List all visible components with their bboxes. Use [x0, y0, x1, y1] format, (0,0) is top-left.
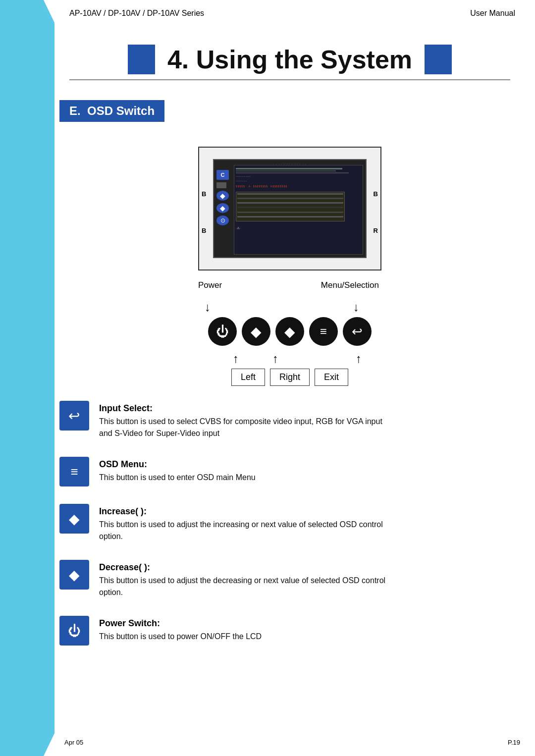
- power-icon: ⏻: [216, 324, 229, 339]
- feature-icon-menu: ≡: [59, 457, 89, 486]
- dot-a-label: ·A·: [236, 222, 361, 231]
- osd-buttons-row: ⏻ ◆ ◆ ≡ ↩: [208, 317, 372, 346]
- label-b-bot-left: B: [202, 227, 206, 234]
- arrows-down-row: ↓ ↓: [186, 300, 394, 316]
- dot-matrix: $$$$$ · A· $$$$$$$$· A$$$$$$$$: [236, 185, 350, 188]
- feature-icon-increase: ◆: [59, 504, 89, 534]
- title-block-left: [128, 45, 155, 74]
- btn-diamond-left: ◆: [216, 203, 229, 213]
- btn-diamond-right: ◆: [216, 191, 229, 201]
- feature-power-switch: ⏻ Power Switch: This button is used to p…: [59, 616, 520, 646]
- section-heading: E. OSD Switch: [59, 100, 164, 122]
- left-arrow-icon: ◆: [251, 324, 262, 340]
- feature-icon-input: ↩: [59, 401, 89, 431]
- feature-desc-input: This button is used to select CVBS for c…: [99, 416, 396, 439]
- feature-text-decrease: Decrease( ): This button is used to adju…: [99, 560, 396, 598]
- feature-label-menu: OSD Menu:: [99, 459, 256, 470]
- arrow-up-left: ↑: [233, 352, 239, 366]
- feature-desc-power: This button is used to power ON/OFF the …: [99, 631, 262, 643]
- osd-menu-icon: ≡: [70, 464, 78, 480]
- feature-text-input: Input Select: This button is used to sel…: [99, 401, 396, 439]
- label-b-top-right: B: [374, 190, 378, 198]
- label-b-bot-right: R: [374, 227, 378, 234]
- chapter-title-section: 4. Using the System: [59, 45, 520, 80]
- chapter-title: 4. Using the System: [160, 45, 420, 74]
- arrow-up-exit: ↑: [356, 352, 362, 366]
- feature-label-input: Input Select:: [99, 403, 396, 414]
- title-underline: [69, 79, 510, 80]
- keyboard-sim: [236, 192, 345, 221]
- feature-desc-increase: This button is used to adjust the increa…: [99, 519, 396, 542]
- power-switch-icon: ⏻: [68, 623, 81, 639]
- feature-text-power: Power Switch: This button is used to pow…: [99, 616, 262, 643]
- footer-left: Apr 05: [64, 739, 83, 746]
- arrow-up-right: ↑: [272, 352, 278, 366]
- osd-menu-btn[interactable]: ≡: [309, 317, 338, 346]
- header-right: User Manual: [470, 9, 515, 18]
- page-footer: Apr 05 P.19: [64, 739, 520, 746]
- label-left: Left: [231, 369, 265, 386]
- feature-label-power: Power Switch:: [99, 618, 262, 629]
- feature-text-increase: Increase( ): This button is used to adju…: [99, 504, 396, 542]
- page-header: AP-10AV / DP-10AV / DP-10AV Series User …: [64, 9, 520, 18]
- feature-icon-power: ⏻: [59, 616, 89, 646]
- device-inner: · · · · · · · · · · · · · C ◆ ◆ ⊙: [213, 159, 367, 258]
- feature-decrease: ◆ Decrease( ): This button is used to ad…: [59, 560, 520, 598]
- osd-right-btn[interactable]: ◆: [275, 317, 304, 346]
- labels-below-row: Left Right Exit: [186, 369, 394, 386]
- device-screen: ····················· ················ $…: [234, 165, 363, 255]
- label-menu-selection: Menu/Selection: [321, 280, 379, 290]
- header-left: AP-10AV / DP-10AV / DP-10AV Series: [69, 9, 204, 18]
- feature-list: ↩ Input Select: This button is used to s…: [59, 401, 520, 646]
- right-arrow-icon: ◆: [284, 324, 295, 340]
- screen-content: ····················· ················ $…: [234, 165, 363, 234]
- arrow-down-menu: ↓: [353, 300, 359, 314]
- label-b-top-left: B: [202, 190, 206, 198]
- btn-c: C: [216, 170, 229, 180]
- feature-input-select: ↩ Input Select: This button is used to s…: [59, 401, 520, 439]
- feature-label-decrease: Decrease( ):: [99, 562, 396, 573]
- device-image-box: B B B R · · · · · · · · · · · · · C ◆: [198, 147, 381, 270]
- left-decorative-bar: [0, 0, 54, 756]
- decrease-icon: ◆: [69, 567, 80, 583]
- feature-icon-decrease: ◆: [59, 560, 89, 590]
- feature-desc-decrease: This button is used to adjust the decrea…: [99, 575, 396, 598]
- osd-diagram: B B B R · · · · · · · · · · · · · C ◆: [59, 147, 520, 386]
- labels-power-menu: Power Menu/Selection: [186, 280, 394, 298]
- feature-text-menu: OSD Menu: This button is used to enter O…: [99, 457, 256, 484]
- feature-increase: ◆ Increase( ): This button is used to ad…: [59, 504, 520, 542]
- btn-rect: [216, 182, 226, 188]
- osd-left-btn[interactable]: ◆: [242, 317, 270, 346]
- section-heading-container: E. OSD Switch: [59, 100, 520, 134]
- btn-power-small: ⊙: [216, 216, 229, 225]
- label-right: Right: [270, 369, 310, 386]
- increase-icon: ◆: [69, 511, 80, 527]
- label-power: Power: [198, 280, 222, 290]
- osd-power-btn[interactable]: ⏻: [208, 317, 237, 346]
- menu-icon: ≡: [320, 324, 327, 338]
- device-left-buttons: C ◆ ◆ ⊙: [216, 170, 229, 225]
- label-exit: Exit: [315, 369, 348, 386]
- feature-desc-menu: This button is used to enter OSD main Me…: [99, 472, 256, 484]
- input-icon: ↩: [352, 324, 363, 339]
- input-select-icon: ↩: [69, 408, 80, 424]
- chapter-title-bar: 4. Using the System: [69, 45, 510, 74]
- title-block-right: [425, 45, 452, 74]
- footer-center: P.19: [508, 739, 520, 746]
- feature-osd-menu: ≡ OSD Menu: This button is used to enter…: [59, 457, 520, 486]
- arrows-up-row: ↑ ↑ ↑: [186, 352, 394, 368]
- osd-input-btn[interactable]: ↩: [343, 317, 372, 346]
- feature-label-increase: Increase( ):: [99, 506, 396, 517]
- arrow-down-power: ↓: [205, 300, 211, 314]
